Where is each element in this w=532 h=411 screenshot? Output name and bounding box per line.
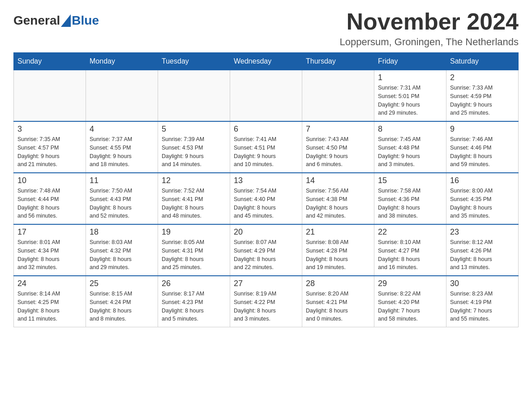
logo-blue-text: Blue: [72, 13, 99, 28]
day-info: Sunrise: 8:07 AMSunset: 4:29 PMDaylight:…: [234, 238, 298, 272]
calendar-week-0: 1Sunrise: 7:31 AMSunset: 5:01 PMDaylight…: [14, 70, 519, 122]
calendar-cell-w1-d3: 6Sunrise: 7:41 AMSunset: 4:51 PMDaylight…: [230, 121, 302, 173]
calendar-cell-w3-d6: 23Sunrise: 8:12 AMSunset: 4:26 PMDayligh…: [446, 224, 519, 276]
day-number: 24: [17, 279, 82, 288]
calendar-cell-w2-d4: 14Sunrise: 7:56 AMSunset: 4:38 PMDayligh…: [302, 173, 374, 224]
page-header: General Blue November 2024 Loppersum, Gr…: [13, 9, 519, 48]
day-number: 17: [17, 227, 82, 237]
calendar-cell-w4-d3: 27Sunrise: 8:19 AMSunset: 4:22 PMDayligh…: [230, 276, 302, 327]
calendar-cell-w0-d2: [158, 70, 230, 122]
day-number: 18: [90, 227, 154, 237]
calendar-week-4: 24Sunrise: 8:14 AMSunset: 4:25 PMDayligh…: [14, 276, 519, 327]
month-title: November 2024: [339, 9, 519, 34]
calendar-cell-w3-d2: 19Sunrise: 8:05 AMSunset: 4:31 PMDayligh…: [158, 224, 230, 276]
weekday-header-sunday: Sunday: [14, 53, 86, 70]
day-number: 22: [378, 227, 442, 237]
day-number: 14: [306, 176, 370, 185]
calendar-cell-w0-d0: [14, 70, 86, 122]
day-info: Sunrise: 8:15 AMSunset: 4:24 PMDaylight:…: [90, 290, 154, 323]
calendar-cell-w2-d1: 11Sunrise: 7:50 AMSunset: 4:43 PMDayligh…: [86, 173, 158, 224]
day-number: 13: [234, 176, 298, 185]
calendar-cell-w2-d2: 12Sunrise: 7:52 AMSunset: 4:41 PMDayligh…: [158, 173, 230, 224]
title-area: November 2024 Loppersum, Groningen, The …: [339, 9, 519, 48]
calendar-cell-w3-d0: 17Sunrise: 8:01 AMSunset: 4:34 PMDayligh…: [14, 224, 86, 276]
day-info: Sunrise: 7:43 AMSunset: 4:50 PMDaylight:…: [306, 135, 370, 169]
day-info: Sunrise: 7:35 AMSunset: 4:57 PMDaylight:…: [17, 135, 82, 169]
day-info: Sunrise: 8:20 AMSunset: 4:21 PMDaylight:…: [306, 290, 370, 323]
day-number: 8: [378, 124, 442, 134]
calendar-week-2: 10Sunrise: 7:48 AMSunset: 4:44 PMDayligh…: [14, 173, 519, 224]
day-number: 16: [450, 176, 515, 185]
svg-marker-0: [61, 14, 71, 27]
day-info: Sunrise: 7:39 AMSunset: 4:53 PMDaylight:…: [162, 135, 226, 169]
day-number: 26: [162, 279, 226, 288]
day-number: 3: [17, 124, 82, 134]
weekday-header-row: SundayMondayTuesdayWednesdayThursdayFrid…: [14, 53, 519, 70]
calendar-cell-w0-d6: 2Sunrise: 7:33 AMSunset: 4:59 PMDaylight…: [446, 70, 519, 122]
day-info: Sunrise: 8:12 AMSunset: 4:26 PMDaylight:…: [450, 238, 515, 272]
weekday-header-friday: Friday: [374, 53, 446, 70]
calendar-cell-w2-d5: 15Sunrise: 7:58 AMSunset: 4:36 PMDayligh…: [374, 173, 446, 224]
calendar-cell-w3-d4: 21Sunrise: 8:08 AMSunset: 4:28 PMDayligh…: [302, 224, 374, 276]
calendar-cell-w0-d3: [230, 70, 302, 122]
day-number: 29: [378, 279, 442, 288]
calendar-cell-w3-d5: 22Sunrise: 8:10 AMSunset: 4:27 PMDayligh…: [374, 224, 446, 276]
day-number: 15: [378, 176, 442, 185]
calendar-cell-w0-d1: [86, 70, 158, 122]
logo-area: General Blue: [13, 9, 99, 28]
calendar-table: SundayMondayTuesdayWednesdayThursdayFrid…: [13, 52, 519, 327]
day-number: 9: [450, 124, 515, 134]
calendar-cell-w1-d4: 7Sunrise: 7:43 AMSunset: 4:50 PMDaylight…: [302, 121, 374, 173]
day-info: Sunrise: 8:14 AMSunset: 4:25 PMDaylight:…: [17, 290, 82, 323]
weekday-header-monday: Monday: [86, 53, 158, 70]
day-info: Sunrise: 7:41 AMSunset: 4:51 PMDaylight:…: [234, 135, 298, 169]
day-info: Sunrise: 7:46 AMSunset: 4:46 PMDaylight:…: [450, 135, 515, 169]
day-number: 11: [90, 176, 154, 185]
calendar-cell-w1-d2: 5Sunrise: 7:39 AMSunset: 4:53 PMDaylight…: [158, 121, 230, 173]
calendar-cell-w3-d1: 18Sunrise: 8:03 AMSunset: 4:32 PMDayligh…: [86, 224, 158, 276]
day-number: 19: [162, 227, 226, 237]
calendar-cell-w4-d0: 24Sunrise: 8:14 AMSunset: 4:25 PMDayligh…: [14, 276, 86, 327]
calendar-week-1: 3Sunrise: 7:35 AMSunset: 4:57 PMDaylight…: [14, 121, 519, 173]
calendar-cell-w1-d5: 8Sunrise: 7:45 AMSunset: 4:48 PMDaylight…: [374, 121, 446, 173]
calendar-cell-w4-d1: 25Sunrise: 8:15 AMSunset: 4:24 PMDayligh…: [86, 276, 158, 327]
calendar-week-3: 17Sunrise: 8:01 AMSunset: 4:34 PMDayligh…: [14, 224, 519, 276]
calendar-header: SundayMondayTuesdayWednesdayThursdayFrid…: [14, 53, 519, 70]
calendar-cell-w4-d2: 26Sunrise: 8:17 AMSunset: 4:23 PMDayligh…: [158, 276, 230, 327]
day-info: Sunrise: 7:31 AMSunset: 5:01 PMDaylight:…: [378, 84, 442, 117]
day-info: Sunrise: 7:33 AMSunset: 4:59 PMDaylight:…: [450, 84, 515, 117]
weekday-header-wednesday: Wednesday: [230, 53, 302, 70]
day-number: 20: [234, 227, 298, 237]
day-info: Sunrise: 8:03 AMSunset: 4:32 PMDaylight:…: [90, 238, 154, 272]
day-info: Sunrise: 7:52 AMSunset: 4:41 PMDaylight:…: [162, 187, 226, 220]
weekday-header-tuesday: Tuesday: [158, 53, 230, 70]
calendar-cell-w1-d0: 3Sunrise: 7:35 AMSunset: 4:57 PMDaylight…: [14, 121, 86, 173]
day-info: Sunrise: 8:22 AMSunset: 4:20 PMDaylight:…: [378, 290, 442, 323]
day-number: 5: [162, 124, 226, 134]
day-info: Sunrise: 8:01 AMSunset: 4:34 PMDaylight:…: [17, 238, 82, 272]
calendar-cell-w4-d6: 30Sunrise: 8:23 AMSunset: 4:19 PMDayligh…: [446, 276, 519, 327]
day-info: Sunrise: 7:58 AMSunset: 4:36 PMDaylight:…: [378, 187, 442, 220]
day-info: Sunrise: 7:37 AMSunset: 4:55 PMDaylight:…: [90, 135, 154, 169]
logo-general-text: General: [13, 13, 60, 28]
day-number: 10: [17, 176, 82, 185]
day-number: 4: [90, 124, 154, 134]
day-number: 30: [450, 279, 515, 288]
day-info: Sunrise: 8:17 AMSunset: 4:23 PMDaylight:…: [162, 290, 226, 323]
day-number: 25: [90, 279, 154, 288]
calendar-cell-w4-d5: 29Sunrise: 8:22 AMSunset: 4:20 PMDayligh…: [374, 276, 446, 327]
day-number: 21: [306, 227, 370, 237]
day-info: Sunrise: 8:00 AMSunset: 4:35 PMDaylight:…: [450, 187, 515, 220]
calendar-cell-w1-d1: 4Sunrise: 7:37 AMSunset: 4:55 PMDaylight…: [86, 121, 158, 173]
calendar-cell-w2-d0: 10Sunrise: 7:48 AMSunset: 4:44 PMDayligh…: [14, 173, 86, 224]
logo: General Blue: [13, 13, 99, 28]
day-number: 1: [378, 73, 442, 82]
calendar-cell-w2-d3: 13Sunrise: 7:54 AMSunset: 4:40 PMDayligh…: [230, 173, 302, 224]
day-info: Sunrise: 7:54 AMSunset: 4:40 PMDaylight:…: [234, 187, 298, 220]
day-number: 6: [234, 124, 298, 134]
calendar-cell-w2-d6: 16Sunrise: 8:00 AMSunset: 4:35 PMDayligh…: [446, 173, 519, 224]
day-number: 12: [162, 176, 226, 185]
weekday-header-thursday: Thursday: [302, 53, 374, 70]
day-number: 23: [450, 227, 515, 237]
day-number: 27: [234, 279, 298, 288]
